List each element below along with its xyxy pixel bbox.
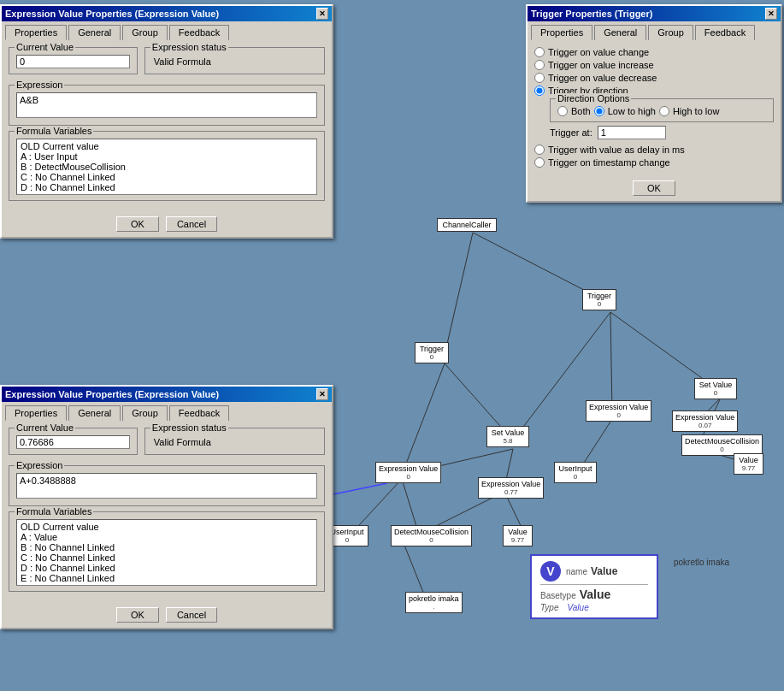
dialog2-cancel-btn[interactable]: Cancel — [166, 607, 217, 623]
direction-high-low-radio[interactable] — [659, 106, 669, 116]
node-value1[interactable]: Value 9.77 — [503, 525, 533, 546]
node-expr-value4[interactable]: Expression Value 0.07 — [672, 410, 738, 432]
trigger-option3-row: Trigger on value decrease — [534, 73, 774, 83]
dialog2-current-value-label: Current Value — [15, 422, 75, 433]
dialog1-formula-list: OLD Current value A : User Input B : Det… — [16, 139, 317, 195]
dialog2-formula-label: Formula Variables — [15, 506, 93, 517]
dialog1-ok-btn[interactable]: OK — [116, 216, 159, 232]
dialog1-current-value-input[interactable] — [16, 55, 130, 68]
dialog1-buttons: OK Cancel — [2, 213, 332, 237]
trigger-option5-row: Trigger with value as delay in ms — [534, 145, 774, 155]
node-expr-value3[interactable]: Expression Value 0 — [586, 400, 651, 422]
trigger-opt5-label: Trigger with value as delay in ms — [548, 145, 685, 155]
dialog2-tab-general[interactable]: General — [68, 405, 121, 421]
trigger-option6-row: Trigger on timestamp change — [534, 157, 774, 168]
dialog2-tabs: Properties General Group Feedback — [2, 402, 332, 421]
dialog2-expression-label: Expression — [15, 460, 64, 470]
dialog2-tab-feedback[interactable]: Feedback — [169, 405, 229, 421]
trigger-opt6-label: Trigger on timestamp change — [548, 157, 670, 168]
dialog1-expression-label: Expression — [15, 80, 64, 90]
info-basetype-value: Value — [580, 588, 611, 601]
trigger-option2-row: Trigger on value increase — [534, 60, 774, 70]
dialog2-buttons: OK Cancel — [2, 604, 332, 628]
trigger-tab-properties[interactable]: Properties — [531, 25, 592, 40]
dialog2-title: Expression Value Properties (Expression … — [5, 389, 219, 399]
node-set-value2[interactable]: Set Value 0 — [694, 378, 737, 399]
dialog1-content: Current Value Expression status Valid Fo… — [2, 40, 332, 213]
node-detect-mouse1[interactable]: DetectMouseCollision 0 — [391, 525, 472, 546]
info-name-label: name — [566, 567, 587, 576]
dialog1-expr-status-value: Valid Formula — [152, 55, 317, 68]
info-type-label: Type — [540, 603, 559, 612]
trigger-opt6-radio[interactable] — [534, 157, 545, 168]
trigger-opt3-radio[interactable] — [534, 73, 545, 83]
info-box: V name Value Basetype Value Type Value — [530, 554, 658, 619]
dialog-expression-value-2: Expression Value Properties (Expression … — [0, 385, 333, 629]
trigger-ok-btn[interactable]: OK — [633, 180, 675, 196]
node-channelcaller[interactable]: ChannelCaller — [437, 218, 497, 232]
dialog2-ok-btn[interactable]: OK — [116, 607, 159, 623]
dialog1-tabs: Properties General Group Feedback — [2, 21, 332, 40]
dialog1-tab-properties[interactable]: Properties — [5, 25, 67, 40]
dialog1-expression-input[interactable] — [16, 92, 317, 118]
node-trigger1[interactable]: Trigger 0 — [415, 342, 449, 363]
trigger-opt5-radio[interactable] — [534, 145, 545, 155]
trigger-opt3-label: Trigger on value decrease — [548, 73, 657, 83]
trigger-opt4-radio[interactable] — [534, 86, 545, 96]
node-expr-value1[interactable]: Expression Value 0 — [375, 462, 441, 483]
dialog1-close-btn[interactable]: ✕ — [316, 8, 328, 20]
dialog2-tab-group[interactable]: Group — [122, 405, 168, 421]
dialog2-expr-status-label: Expression status — [150, 422, 228, 433]
trigger-opt1-label: Trigger on value change — [548, 47, 649, 57]
dialog-trigger: Trigger Properties (Trigger) ✕ Propertie… — [526, 4, 782, 203]
direction-options-panel: Direction Options Both Low to high High … — [550, 98, 774, 139]
trigger-tab-general[interactable]: General — [594, 25, 646, 40]
direction-both-label: Both — [571, 106, 591, 116]
node-user-input2[interactable]: UserInput 0 — [554, 462, 597, 483]
dialog2-tab-properties[interactable]: Properties — [5, 405, 67, 421]
node-pokretlo[interactable]: pokretlo imaka . — [405, 592, 463, 613]
trigger-dialog-close-btn[interactable]: ✕ — [765, 8, 777, 20]
dialog1-title: Expression Value Properties (Expression … — [5, 9, 219, 19]
pokretlo-label: pokretlo imaka — [674, 558, 729, 567]
trigger-dialog-buttons: OK — [528, 177, 781, 201]
dialog1-formula-label: Formula Variables — [15, 126, 93, 136]
dialog2-formula-list: OLD Current value A : Value B : No Chann… — [16, 519, 317, 586]
direction-high-low-label: High to low — [673, 106, 719, 116]
dialog2-current-value-input[interactable] — [16, 435, 130, 449]
dialog1-cancel-btn[interactable]: Cancel — [166, 216, 217, 232]
trigger-dialog-tabs: Properties General Group Feedback — [528, 21, 781, 40]
dialog1-tab-feedback[interactable]: Feedback — [169, 25, 229, 40]
info-basetype-label: Basetype — [540, 591, 576, 600]
info-type-value: Value — [568, 603, 589, 612]
dialog1-expr-status-label: Expression status — [150, 42, 228, 52]
direction-both-radio[interactable] — [557, 106, 568, 116]
node-expr-value2[interactable]: Expression Value 0.77 — [478, 477, 544, 499]
dialog2-titlebar: Expression Value Properties (Expression … — [2, 387, 332, 402]
node-trigger2[interactable]: Trigger 0 — [582, 289, 616, 310]
node-set-value1[interactable]: Set Value 5.8 — [486, 426, 529, 447]
info-value-label: Value — [591, 565, 617, 577]
trigger-opt1-radio[interactable] — [534, 47, 545, 57]
direction-low-high-radio[interactable] — [594, 106, 604, 116]
trigger-opt2-radio[interactable] — [534, 60, 545, 70]
trigger-dialog-content: Trigger on value change Trigger on value… — [528, 40, 781, 177]
trigger-opt2-label: Trigger on value increase — [548, 60, 654, 70]
trigger-dialog-titlebar: Trigger Properties (Trigger) ✕ — [528, 6, 781, 21]
direction-low-high-label: Low to high — [608, 106, 656, 116]
dialog1-tab-general[interactable]: General — [68, 25, 121, 40]
direction-options-label: Direction Options — [556, 93, 631, 103]
dialog2-expression-input[interactable] — [16, 473, 317, 499]
trigger-tab-group[interactable]: Group — [648, 25, 693, 40]
dialog2-expr-status-value: Valid Formula — [152, 435, 317, 449]
dialog1-titlebar: Expression Value Properties (Expression … — [2, 6, 332, 21]
dialog1-tab-group[interactable]: Group — [122, 25, 168, 40]
dialog2-content: Current Value Expression status Valid Fo… — [2, 421, 332, 604]
trigger-at-input[interactable] — [598, 126, 666, 139]
trigger-dialog-title: Trigger Properties (Trigger) — [531, 9, 652, 19]
trigger-at-label: Trigger at: — [550, 127, 592, 138]
trigger-tab-feedback[interactable]: Feedback — [695, 25, 755, 40]
value-icon: V — [540, 561, 561, 582]
node-value2[interactable]: Value 9.77 — [734, 453, 763, 475]
dialog2-close-btn[interactable]: ✕ — [316, 388, 328, 400]
